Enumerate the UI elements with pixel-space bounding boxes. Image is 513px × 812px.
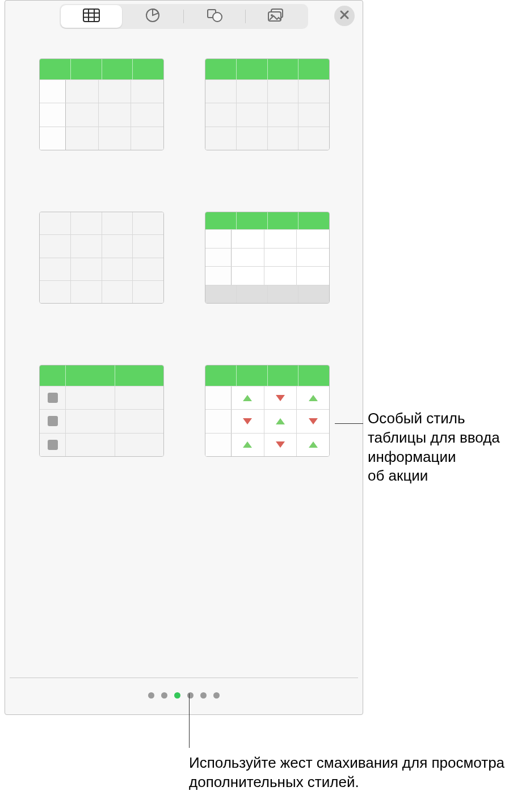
triangle-up-icon — [276, 418, 285, 424]
triangle-down-icon — [243, 418, 252, 424]
checkbox-icon — [48, 416, 58, 426]
page-dot-5[interactable] — [200, 692, 207, 699]
chart-tab[interactable] — [122, 5, 183, 28]
pager-separator — [10, 678, 358, 678]
page-indicator — [5, 692, 363, 699]
shape-tab[interactable] — [184, 5, 245, 28]
page-dot-6[interactable] — [213, 692, 220, 699]
svg-point-7 — [213, 12, 222, 22]
table-style-green-header-stock[interactable] — [205, 365, 330, 457]
svg-rect-0 — [83, 9, 99, 22]
media-icon — [267, 8, 285, 25]
pie-chart-icon — [145, 7, 161, 26]
triangle-up-icon — [309, 395, 318, 401]
callout-leader-line — [189, 693, 190, 748]
insert-toolbar — [5, 1, 363, 30]
callout-swipe-hint-text: Используйте жест смахивания для просмотр… — [189, 754, 507, 792]
table-style-green-header-footer[interactable] — [205, 212, 330, 304]
table-icon — [83, 9, 100, 24]
triangle-down-icon — [276, 395, 285, 401]
table-style-green-header-firstcol[interactable] — [39, 58, 164, 150]
page-dot-1[interactable] — [148, 692, 154, 699]
table-style-grid — [5, 30, 363, 468]
table-style-plain-no-header[interactable] — [39, 212, 164, 304]
media-tab[interactable] — [246, 5, 307, 28]
triangle-down-icon — [309, 418, 318, 424]
callout-stock-style-text: Особый стиль таблицы для ввода информаци… — [368, 409, 510, 486]
table-style-green-header-checkbox[interactable] — [39, 365, 164, 457]
callout-leader-line — [335, 423, 363, 424]
table-tab[interactable] — [61, 5, 122, 28]
triangle-up-icon — [309, 441, 318, 448]
triangle-up-icon — [243, 395, 252, 401]
page-dot-3[interactable] — [174, 692, 180, 699]
checkbox-icon — [48, 393, 58, 403]
triangle-up-icon — [243, 441, 252, 448]
close-button[interactable] — [334, 6, 355, 26]
insert-category-segmented — [60, 4, 308, 29]
page-dot-2[interactable] — [161, 692, 167, 699]
checkbox-icon — [48, 440, 58, 450]
table-style-green-header-plain[interactable] — [205, 58, 330, 150]
page-dot-4[interactable] — [187, 692, 194, 699]
triangle-down-icon — [276, 441, 285, 448]
insert-panel — [5, 0, 363, 715]
close-icon — [339, 10, 350, 22]
shapes-icon — [206, 8, 223, 25]
